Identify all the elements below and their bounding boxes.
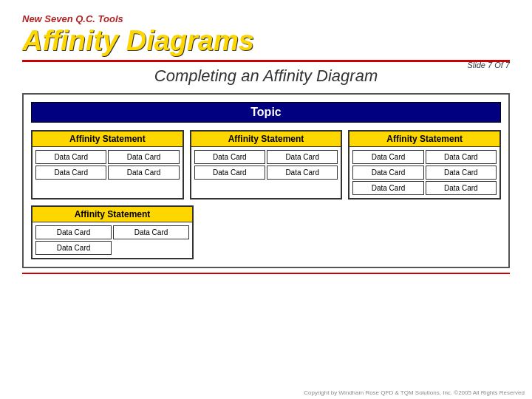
data-cards-grid-bottom: Data Card Data Card Data Card bbox=[33, 222, 192, 258]
data-card: Data Card bbox=[108, 166, 179, 180]
data-card: Data Card bbox=[35, 225, 112, 239]
data-card: Data Card bbox=[35, 241, 112, 255]
data-card: Data Card bbox=[352, 181, 423, 195]
affinity-groups-row: Affinity Statement Data Card Data Card D… bbox=[31, 130, 501, 200]
data-cards-grid-1: Data Card Data Card Data Card Data Card bbox=[33, 147, 183, 183]
data-card: Data Card bbox=[426, 181, 497, 195]
data-card: Data Card bbox=[426, 150, 497, 164]
footer-line bbox=[22, 273, 510, 274]
affinity-group-bottom: Affinity Statement Data Card Data Card D… bbox=[31, 205, 194, 259]
bottom-affinity-row: Affinity Statement Data Card Data Card D… bbox=[31, 205, 501, 259]
data-cards-grid-2: Data Card Data Card Data Card Data Card bbox=[191, 147, 341, 183]
affinity-statement-1: Affinity Statement bbox=[33, 132, 183, 147]
header: New Seven Q.C. Tools Affinity Diagrams bbox=[0, 0, 532, 62]
data-card: Data Card bbox=[108, 150, 179, 164]
section-title: Completing an Affinity Diagram bbox=[22, 66, 510, 86]
data-card: Data Card bbox=[35, 166, 106, 180]
affinity-group-2: Affinity Statement Data Card Data Card D… bbox=[190, 130, 343, 200]
data-card: Data Card bbox=[267, 166, 338, 180]
data-card: Data Card bbox=[113, 225, 189, 239]
affinity-group-3: Affinity Statement Data Card Data Card D… bbox=[348, 130, 501, 200]
data-card: Data Card bbox=[194, 150, 265, 164]
affinity-statement-bottom: Affinity Statement bbox=[33, 207, 192, 222]
data-card: Data Card bbox=[352, 150, 423, 164]
affinity-statement-2: Affinity Statement bbox=[191, 132, 341, 147]
data-card: Data Card bbox=[352, 166, 423, 180]
data-card: Data Card bbox=[35, 150, 106, 164]
data-card: Data Card bbox=[267, 150, 338, 164]
header-title: Affinity Diagrams bbox=[22, 26, 510, 57]
affinity-group-1: Affinity Statement Data Card Data Card D… bbox=[31, 130, 184, 200]
data-card: Data Card bbox=[426, 166, 497, 180]
slide-number: Slide 7 Of 7 bbox=[468, 61, 510, 69]
data-card: Data Card bbox=[194, 166, 265, 180]
data-cards-grid-3: Data Card Data Card Data Card Data Card … bbox=[349, 147, 499, 198]
slide: New Seven Q.C. Tools Affinity Diagrams S… bbox=[0, 0, 532, 399]
header-subtitle: New Seven Q.C. Tools bbox=[22, 13, 510, 24]
content-area: Topic Affinity Statement Data Card Data … bbox=[22, 93, 510, 268]
topic-bar: Topic bbox=[31, 102, 501, 123]
header-line bbox=[22, 60, 510, 62]
footer: Copyright by Windham Rose QFD & TQM Solu… bbox=[304, 389, 525, 396]
affinity-statement-3: Affinity Statement bbox=[349, 132, 499, 147]
